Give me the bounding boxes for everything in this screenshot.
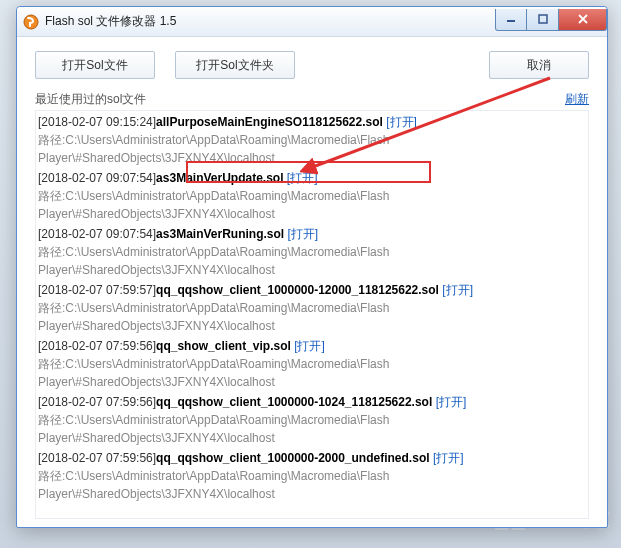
svg-rect-2	[539, 15, 547, 23]
entry-path: 路径:C:\Users\Administrator\AppData\Roamin…	[38, 131, 586, 167]
entry-path: 路径:C:\Users\Administrator\AppData\Roamin…	[38, 299, 586, 335]
refresh-link[interactable]: 刷新	[565, 91, 589, 108]
recent-entry: [2018-02-07 07:59:57]qq_qqshow_client_10…	[38, 281, 586, 335]
recent-label: 最近使用过的sol文件	[35, 91, 146, 108]
recent-entry: [2018-02-07 07:59:56]qq_qqshow_client_10…	[38, 449, 586, 503]
entry-timestamp: [2018-02-07 09:07:54]	[38, 171, 156, 185]
entry-path: 路径:C:\Users\Administrator\AppData\Roamin…	[38, 243, 586, 279]
entry-filename: as3MainVerRuning.sol	[156, 227, 284, 241]
entry-filename: qq_show_client_vip.sol	[156, 339, 291, 353]
close-button[interactable]	[559, 9, 607, 31]
maximize-button[interactable]	[527, 9, 559, 31]
minimize-button[interactable]	[495, 9, 527, 31]
entry-path: 路径:C:\Users\Administrator\AppData\Roamin…	[38, 187, 586, 223]
entry-path: 路径:C:\Users\Administrator\AppData\Roamin…	[38, 355, 586, 391]
content-area: 打开Sol文件 打开Sol文件夹 取消 最近使用过的sol文件 刷新 [2018…	[17, 37, 607, 527]
open-link[interactable]: [打开]	[433, 451, 464, 465]
open-link[interactable]: [打开]	[386, 115, 417, 129]
entry-timestamp: [2018-02-07 09:07:54]	[38, 227, 156, 241]
open-link[interactable]: [打开]	[294, 339, 325, 353]
open-link[interactable]: [打开]	[287, 171, 318, 185]
window-title: Flash sol 文件修改器 1.5	[45, 13, 495, 30]
entry-timestamp: [2018-02-07 07:59:57]	[38, 283, 156, 297]
recent-header: 最近使用过的sol文件 刷新	[35, 91, 589, 108]
entry-timestamp: [2018-02-07 07:59:56]	[38, 395, 156, 409]
entry-filename: qq_qqshow_client_1000000-2000_undefined.…	[156, 451, 429, 465]
entry-filename: allPurposeMainEngineSO118125622.sol	[156, 115, 383, 129]
toolbar: 打开Sol文件 打开Sol文件夹 取消	[35, 51, 589, 79]
entry-path: 路径:C:\Users\Administrator\AppData\Roamin…	[38, 467, 586, 503]
entry-filename: as3MainVerUpdate.sol	[156, 171, 283, 185]
open-link[interactable]: [打开]	[288, 227, 319, 241]
recent-entry: [2018-02-07 09:15:24]allPurposeMainEngin…	[38, 113, 586, 167]
recent-entry: [2018-02-07 09:07:54]as3MainVerRuning.so…	[38, 225, 586, 279]
app-window: Flash sol 文件修改器 1.5 打开Sol文件 打开Sol文件夹 取消 …	[16, 6, 608, 528]
open-link[interactable]: [打开]	[442, 283, 473, 297]
window-controls	[495, 9, 607, 31]
open-sol-folder-button[interactable]: 打开Sol文件夹	[175, 51, 295, 79]
app-icon	[23, 14, 39, 30]
entry-timestamp: [2018-02-07 07:59:56]	[38, 451, 156, 465]
titlebar[interactable]: Flash sol 文件修改器 1.5	[17, 7, 607, 37]
cancel-button[interactable]: 取消	[489, 51, 589, 79]
recent-entry: [2018-02-07 07:59:56]qq_qqshow_client_10…	[38, 393, 586, 447]
entry-timestamp: [2018-02-07 07:59:56]	[38, 339, 156, 353]
entry-path: 路径:C:\Users\Administrator\AppData\Roamin…	[38, 411, 586, 447]
recent-entry: [2018-02-07 09:07:54]as3MainVerUpdate.so…	[38, 169, 586, 223]
open-link[interactable]: [打开]	[436, 395, 467, 409]
entry-filename: qq_qqshow_client_1000000-12000_118125622…	[156, 283, 439, 297]
recent-list: [2018-02-07 09:15:24]allPurposeMainEngin…	[35, 110, 589, 519]
recent-entry: [2018-02-07 07:59:56]qq_show_client_vip.…	[38, 337, 586, 391]
entry-timestamp: [2018-02-07 09:15:24]	[38, 115, 156, 129]
open-sol-file-button[interactable]: 打开Sol文件	[35, 51, 155, 79]
entry-filename: qq_qqshow_client_1000000-1024_118125622.…	[156, 395, 432, 409]
